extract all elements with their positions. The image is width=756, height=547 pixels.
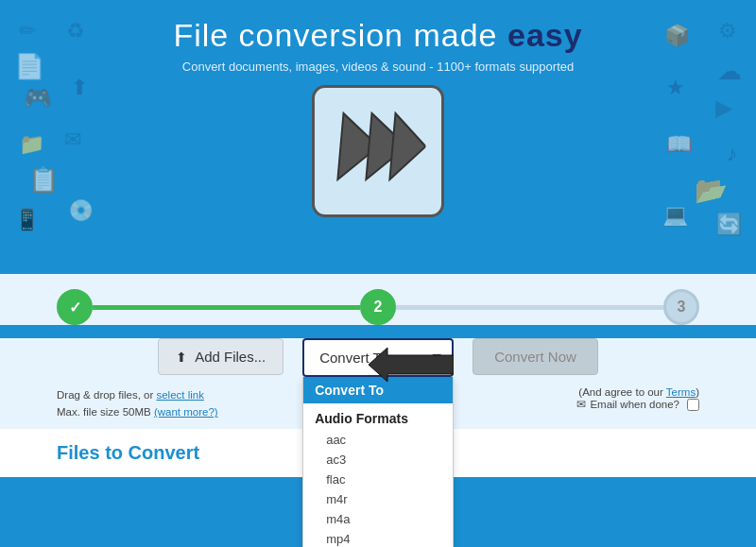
icon-star: ★ xyxy=(666,76,685,100)
arrow-indicator xyxy=(369,348,454,385)
info-left: Drag & drop files, or select link Max. f… xyxy=(57,386,218,421)
icon-music: ♪ xyxy=(727,142,737,166)
icon-book: 📖 xyxy=(666,132,692,157)
email-checkbox[interactable] xyxy=(687,399,699,411)
email-row: ✉ Email when done? xyxy=(576,398,699,411)
step-line-1 xyxy=(93,305,360,310)
arrow-svg xyxy=(369,348,454,382)
terms-link[interactable]: Terms xyxy=(666,386,696,398)
email-when-done-label: Email when done? xyxy=(590,399,679,410)
hero-subtitle: Convert documents, images, videos & soun… xyxy=(0,60,756,74)
step-2-circle: 2 xyxy=(360,289,396,325)
step-1-circle: ✓ xyxy=(57,289,93,325)
dropdown-item-mp4[interactable]: mp4 xyxy=(303,529,453,547)
hero-title: File conversion made easy xyxy=(0,17,756,54)
step-3-label: 3 xyxy=(678,299,686,316)
logo-arrows xyxy=(327,104,430,198)
dropdown-item-m4a[interactable]: m4a xyxy=(303,509,453,529)
steps-row: ✓ 2 3 xyxy=(57,289,699,325)
drag-drop-text: Drag & drop files, or xyxy=(57,389,153,401)
steps-bar: ✓ 2 3 xyxy=(0,274,756,325)
step-3-circle: 3 xyxy=(663,289,699,325)
dropdown-menu: Convert To Audio Formats aac ac3 flac m4… xyxy=(302,377,454,547)
hero-section: ✏ 📄 🎮 📁 📋 📱 ♻ ⬆ ✉ 💿 ⚙ ☁ ▶ ♪ 📂 🔄 📦 ★ 📖 💻 … xyxy=(0,0,756,274)
svg-marker-3 xyxy=(369,348,454,382)
add-files-button[interactable]: ⬆ Add Files... xyxy=(158,338,284,375)
select-link[interactable]: select link xyxy=(156,389,204,401)
agree-text: (And agree to our xyxy=(578,386,666,398)
convert-now-button[interactable]: Convert Now xyxy=(472,338,598,375)
step-line-2 xyxy=(396,305,663,310)
mail-icon: ✉ xyxy=(576,398,586,411)
icon-arrow-up: ⬆ xyxy=(71,76,88,100)
dropdown-category: Audio Formats xyxy=(303,403,453,430)
icon-transfer: 🔄 xyxy=(716,213,742,237)
icon-play: ▶ xyxy=(715,94,732,121)
files-label-highlight: Convert xyxy=(129,442,200,463)
convert-now-container: Convert Now xyxy=(472,338,598,375)
logo-box xyxy=(312,85,444,217)
icon-folder2: 📂 xyxy=(695,175,728,206)
want-more-link[interactable]: (want more?) xyxy=(154,406,218,418)
icon-disc: 💿 xyxy=(68,198,94,223)
icon-mail: ✉ xyxy=(64,128,81,152)
icon-phone: 📱 xyxy=(14,208,40,232)
upload-icon: ⬆ xyxy=(176,350,187,365)
dropdown-item-aac[interactable]: aac xyxy=(303,430,453,450)
icon-game: 🎮 xyxy=(24,85,52,111)
convert-now-label: Convert Now xyxy=(494,349,576,365)
add-files-label: Add Files... xyxy=(195,349,266,365)
dropdown-item-flac[interactable]: flac xyxy=(303,470,453,489)
dropdown-item-ac3[interactable]: ac3 xyxy=(303,450,453,470)
terms-text: (And agree to our Terms) xyxy=(576,386,699,398)
step-2-label: 2 xyxy=(374,299,383,316)
action-row: ⬆ Add Files... Convert To aac ac3 flac m… xyxy=(0,338,756,386)
files-label-plain: Files to xyxy=(57,442,129,463)
step-1-check: ✓ xyxy=(69,299,81,316)
svg-marker-2 xyxy=(389,113,428,179)
dropdown-item-m4r[interactable]: m4r xyxy=(303,489,453,509)
icon-doc: 📋 xyxy=(28,165,59,195)
icon-laptop: 💻 xyxy=(662,203,688,228)
max-size-text: Max. file size 50MB xyxy=(57,406,151,418)
info-right: (And agree to our Terms) ✉ Email when do… xyxy=(576,386,699,411)
icon-folder: 📁 xyxy=(19,132,44,157)
